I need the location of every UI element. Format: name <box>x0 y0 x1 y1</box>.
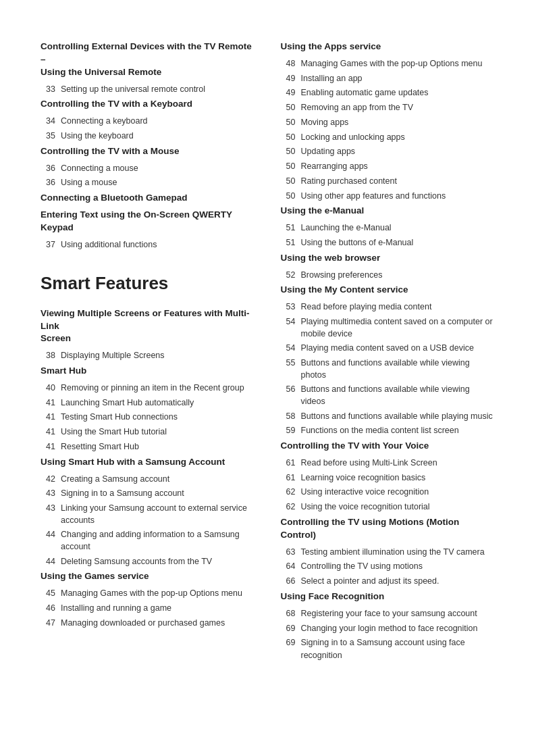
section-heading: Using Face Recognition <box>281 590 494 603</box>
toc-entry: 50Removing an app from the TV <box>281 101 494 114</box>
page-number: 50 <box>281 160 296 173</box>
entry-label: Changing and adding information to a Sam… <box>61 528 240 553</box>
page-number: 33 <box>41 83 55 96</box>
toc-section: Controlling the TV with Your Voice61Read… <box>281 440 494 513</box>
page-number: 51 <box>281 236 296 249</box>
section-heading: Using the Apps service <box>281 41 494 53</box>
toc-entry: 51Launching the e-Manual <box>281 222 494 234</box>
toc-section: Using the My Content service53Read befor… <box>281 284 494 437</box>
page-number: 62 <box>281 486 296 499</box>
entry-label: Launching the e-Manual <box>301 222 392 234</box>
toc-entry: 36Using a mouse <box>41 176 254 189</box>
toc-entry: 47Managing downloaded or purchased games <box>41 617 254 630</box>
toc-entry: 49Enabling automatic game updates <box>281 86 494 99</box>
toc-entry: 50Rating purchased content <box>281 175 494 188</box>
page-number: 55 <box>281 357 296 381</box>
toc-entry: 49Installing an app <box>281 72 494 85</box>
left-top-sections: Controlling External Devices with the TV… <box>41 41 254 251</box>
entry-label: Managing Games with the pop-up Options m… <box>61 587 242 600</box>
entry-label: Read before playing media content <box>301 301 432 313</box>
page-number: 68 <box>281 607 296 620</box>
entry-label: Playing media content saved on a USB dev… <box>301 342 474 355</box>
section-heading: Controlling the TV with a Keyboard <box>41 98 254 111</box>
section-heading: Using the web browser <box>281 252 494 265</box>
toc-entry: 59Functions on the media content list sc… <box>281 424 494 437</box>
entry-label: Rating purchased content <box>301 175 397 188</box>
page-number: 64 <box>281 560 296 573</box>
page-number: 49 <box>281 86 296 99</box>
entry-label: Managing downloaded or purchased games <box>61 617 225 630</box>
entry-label: Connecting a keyboard <box>61 115 148 128</box>
page-number: 46 <box>41 602 55 615</box>
toc-entry: 44Deleting Samsung accounts from the TV <box>41 555 254 568</box>
entry-label: Enabling automatic game updates <box>301 86 429 99</box>
section-heading: Controlling the TV with a Mouse <box>41 145 254 158</box>
toc-entry: 54Playing multimedia content saved on a … <box>281 316 494 340</box>
toc-entry: 58Buttons and functions available while … <box>281 410 494 423</box>
page-number: 43 <box>41 502 55 526</box>
entry-label: Learning voice recognition basics <box>301 472 426 484</box>
toc-entry: 61Read before using Multi-Link Screen <box>281 457 494 470</box>
entry-label: Buttons and functions available while pl… <box>301 410 493 423</box>
entry-label: Setting up the universal remote control <box>61 83 205 96</box>
page-number: 54 <box>281 342 296 355</box>
entry-label: Deleting Samsung accounts from the TV <box>61 555 212 568</box>
entry-label: Using a mouse <box>61 176 117 189</box>
entry-label: Using the voice recognition tutorial <box>301 501 430 513</box>
entry-label: Select a pointer and adjust its speed. <box>301 575 439 588</box>
page-number: 50 <box>281 145 296 158</box>
toc-section: Using Face Recognition68Registering your… <box>281 590 494 661</box>
toc-entry: 64Controlling the TV using motions <box>281 560 494 573</box>
entry-label: Controlling the TV using motions <box>301 560 423 573</box>
entry-label: Registering your face to your samsung ac… <box>301 607 477 620</box>
toc-entry: 36Connecting a mouse <box>41 162 254 175</box>
toc-entry: 54Playing media content saved on a USB d… <box>281 342 494 355</box>
section-heading: Using Smart Hub with a Samsung Account <box>41 456 254 469</box>
page-number: 59 <box>281 424 296 437</box>
entry-label: Read before using Multi-Link Screen <box>301 457 437 470</box>
toc-entry: 69Signing in to a Samsung account using … <box>281 636 494 661</box>
entry-label: Linking your Samsung account to external… <box>61 502 247 526</box>
page-number: 35 <box>41 130 55 143</box>
section-heading: Controlling the TV with Your Voice <box>281 440 494 453</box>
entry-label: Changing your login method to face recog… <box>301 622 478 635</box>
section-heading: Controlling External Devices with the TV… <box>41 41 254 79</box>
entry-label: Buttons and functions available while vi… <box>301 357 494 381</box>
page-number: 63 <box>281 546 296 559</box>
toc-entry: 41Launching Smart Hub automatically <box>41 397 254 409</box>
page-number: 36 <box>41 176 55 189</box>
page-number: 38 <box>41 349 55 362</box>
toc-entry: 34Connecting a keyboard <box>41 115 254 128</box>
entry-label: Using the buttons of e-Manual <box>301 236 414 249</box>
entry-label: Signing in to a Samsung account using fa… <box>301 636 465 661</box>
toc-entry: 56Buttons and functions available while … <box>281 383 494 407</box>
toc-entry: 52Browsing preferences <box>281 269 494 282</box>
page-number: 45 <box>41 587 55 600</box>
section-heading: Entering Text using the On-Screen QWERTY… <box>41 209 254 234</box>
toc-entry: 43Linking your Samsung account to extern… <box>41 502 254 526</box>
entry-label: Using additional functions <box>61 238 157 251</box>
toc-entry: 62Using the voice recognition tutorial <box>281 501 494 513</box>
toc-entry: 50Locking and unlocking apps <box>281 131 494 144</box>
toc-section: Using the Apps service48Managing Games w… <box>281 41 494 202</box>
page-number: 41 <box>41 411 55 424</box>
entry-label: Managing Games with the pop-up Options m… <box>301 57 483 70</box>
toc-section: Controlling the TV with a Keyboard34Conn… <box>41 98 254 142</box>
entry-label: Displaying Multiple Screens <box>61 349 165 362</box>
entry-label: Using the keyboard <box>61 130 134 143</box>
smart-features-heading: Smart Features <box>41 273 254 294</box>
entry-label: Using other app features and functions <box>301 190 446 203</box>
page-number: 50 <box>281 101 296 114</box>
left-bottom-sections: Viewing Multiple Screens or Features wit… <box>41 307 254 630</box>
page-number: 42 <box>41 473 55 486</box>
page-number: 41 <box>41 426 55 438</box>
page-number: 61 <box>281 457 296 470</box>
toc-entry: 63Testing ambient illumination using the… <box>281 546 494 559</box>
entry-label: Connecting a mouse <box>61 162 138 175</box>
toc-entry: 33Setting up the universal remote contro… <box>41 83 254 96</box>
page-number: 43 <box>41 487 55 500</box>
right-sections: Using the Apps service48Managing Games w… <box>281 41 494 661</box>
toc-entry: 69Changing your login method to face rec… <box>281 622 494 635</box>
toc-entry: 50Rearranging apps <box>281 160 494 173</box>
toc-entry: 41Using the Smart Hub tutorial <box>41 426 254 438</box>
